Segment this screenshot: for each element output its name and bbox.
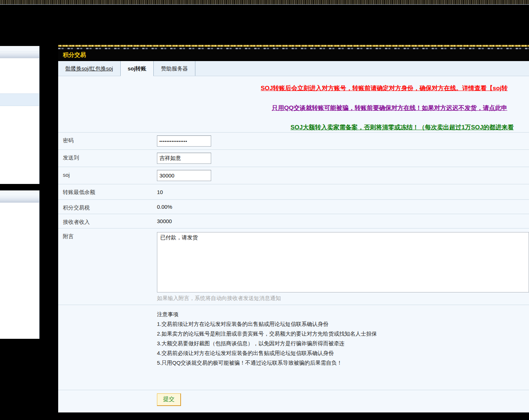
note-row: 附言 已付款，请发货 如果输入附言，系统将自动向接收者发送短消息通知 xyxy=(58,228,529,305)
notice-section: 注意事项 1.交易前须让对方在论坛发对应装备的出售贴或用论坛短信联系确认身份 2… xyxy=(58,305,529,390)
warning-link-green[interactable]: SOJ大额转入卖家需备案，否则将清零或冻结！（每次卖出超过1万SOJ的都进来看 xyxy=(291,124,529,131)
notice-item-4: 4.交易前必须让对方在论坛发对应装备的出售贴或用论坛短信联系确认身份 xyxy=(157,348,529,358)
form-content: SOJ转账后会立刻进入对方账号，转账前请确定对方身份，确保对方在线。详情查看【s… xyxy=(58,84,529,406)
submit-row: 提交 xyxy=(58,390,529,406)
password-field[interactable] xyxy=(157,135,211,147)
decorative-top-border xyxy=(0,0,529,5)
tab-soj-transfer[interactable]: soj转账 xyxy=(121,61,154,76)
warning-link-red[interactable]: SOJ转账后会立刻进入对方账号，转账前请确定对方身份，确保对方在线。详情查看【s… xyxy=(261,84,529,92)
notice-item-2: 2.如果卖方的论坛账号是刚注册或非贵宾账号，交易额大的要让对方先给货或找知名人士… xyxy=(157,329,529,338)
left-panel-header-bar xyxy=(0,196,39,203)
password-row: 密码 xyxy=(58,132,529,149)
receiver-income-text: 30000 xyxy=(157,218,172,224)
left-panel-body xyxy=(0,203,39,339)
left-panel-body xyxy=(0,106,39,184)
min-balance-value: 10 xyxy=(157,184,529,199)
send-to-row: 发送到 xyxy=(58,149,529,167)
left-panel-strip xyxy=(0,46,39,52)
trade-tax-value: 0.00% xyxy=(157,200,529,214)
warning-link-purple[interactable]: 只用QQ交谈就转账可能被骗，转账前要确保对方在线！如果对方迟迟不发货，请点此申 xyxy=(272,104,529,112)
min-balance-row: 转账最低余额 10 xyxy=(58,184,529,199)
left-panel-body xyxy=(0,59,39,93)
notice-title: 注意事项 xyxy=(157,309,529,319)
background-left-panel-top xyxy=(0,46,40,184)
send-to-field[interactable] xyxy=(157,153,211,164)
tab-skull-exchange[interactable]: 骷髅换soj/红包换soj xyxy=(58,61,121,76)
points-trade-window: 积分交易 骷髅换soj/红包换soj soj转账 赞助服务器 SOJ转账后会立刻… xyxy=(58,45,529,412)
tab-bar: 骷髅换soj/红包换soj soj转账 赞助服务器 xyxy=(58,61,529,76)
send-to-label: 发送到 xyxy=(58,150,157,167)
tab-sponsor-server[interactable]: 赞助服务器 xyxy=(154,61,195,76)
notice-item-5: 5.只用QQ交谈就交易的极可能被骗！不通过论坛联系导致被骗的后果需自负！ xyxy=(157,358,529,368)
receiver-income-row: 接收者收入 30000 xyxy=(58,214,529,228)
notice-item-1: 1.交易前须让对方在论坛发对应装备的出售贴或用论坛短信联系确认身份 xyxy=(157,319,529,329)
receiver-income-label: 接收者收入 xyxy=(58,214,157,228)
soj-amount-row: soj xyxy=(58,167,529,184)
page-title: 积分交易 xyxy=(63,51,86,59)
trade-tax-row: 积分交易税 0.00% xyxy=(58,199,529,214)
min-balance-label: 转账最低余额 xyxy=(58,184,157,199)
background-left-panel-bottom xyxy=(0,190,40,339)
window-title-bar: 积分交易 xyxy=(58,49,529,61)
note-textarea[interactable]: 已付款，请发货 xyxy=(157,232,529,292)
left-panel-strip xyxy=(0,190,39,196)
notice-item-3: 3.大额交易要做好裁图（包括商谈信息），以免因对方是行骗诈骗所得而被牵连 xyxy=(157,338,529,348)
left-panel-highlight-row xyxy=(0,93,39,106)
soj-label: soj xyxy=(58,167,157,184)
trade-tax-label: 积分交易税 xyxy=(58,200,157,214)
note-label: 附言 xyxy=(58,229,157,305)
receiver-income-value: 30000 xyxy=(157,214,529,228)
submit-button[interactable]: 提交 xyxy=(157,393,181,406)
password-label: 密码 xyxy=(58,133,157,149)
left-panel-header-bar xyxy=(0,52,39,59)
soj-amount-field[interactable] xyxy=(157,170,211,181)
note-hint-text: 如果输入附言，系统将自动向接收者发送短消息通知 xyxy=(157,295,529,305)
